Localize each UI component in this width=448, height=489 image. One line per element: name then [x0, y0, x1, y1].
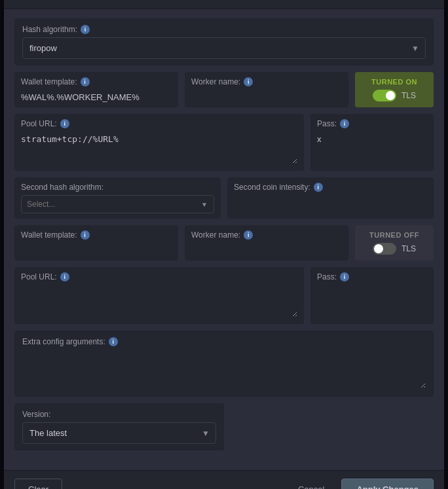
tls-on-box: TURNED ON TLS [355, 72, 434, 107]
second-worker-info-icon[interactable]: i [244, 230, 253, 240]
clear-button[interactable]: Clear [14, 479, 62, 489]
tls-off-status: TURNED OFF [369, 231, 419, 239]
wallet-template-info-icon[interactable]: i [81, 77, 90, 86]
tls-off-knob [374, 244, 383, 253]
second-pool-url-input[interactable] [21, 287, 297, 317]
footer-right: Cancel Apply Changes [288, 479, 434, 489]
version-section: Version: The latest ▼ [14, 403, 224, 450]
worker-name-input[interactable] [191, 92, 342, 102]
pass-field: Pass: i [310, 114, 434, 171]
pass-input[interactable] [317, 134, 427, 144]
modal-footer: Clear Cancel Apply Changes [4, 470, 444, 489]
hash-algorithm-select[interactable]: firopow ethash kawpow autolykos2 [22, 37, 426, 59]
worker-name-field: Worker name: i [185, 72, 348, 107]
modal-header: T-Rex Miner configuration × [4, 0, 444, 9]
modal-overlay: T-Rex Miner configuration × Hash algorit… [0, 0, 448, 489]
second-hash-row: Second hash algorithm: Select... ▼ Secon… [14, 177, 434, 219]
second-worker-input[interactable] [191, 245, 342, 255]
second-wallet-field: Wallet template: i [14, 225, 178, 261]
extra-config-section: Extra config arguments: i [14, 331, 434, 397]
hash-algorithm-label: Hash algorithm: i [22, 25, 426, 34]
pass-info-icon[interactable]: i [340, 119, 349, 128]
tls-on-label: TLS [401, 91, 416, 100]
second-wallet-row: Wallet template: i Worker name: i TURNED… [14, 225, 434, 261]
wallet-template-field: Wallet template: i [14, 72, 178, 107]
modal: T-Rex Miner configuration × Hash algorit… [4, 0, 444, 489]
second-wallet-input[interactable] [21, 245, 172, 255]
tls-off-label: TLS [401, 244, 416, 253]
second-hash-algorithm-field: Second hash algorithm: Select... ▼ [14, 177, 221, 219]
tls-on-knob [386, 91, 395, 100]
hash-algorithm-dropdown-wrapper: firopow ethash kawpow autolykos2 ▼ [22, 37, 426, 59]
worker-name-info-icon[interactable]: i [244, 77, 253, 86]
second-hash-algorithm-select[interactable]: Select... [21, 195, 214, 213]
tls-on-toggle[interactable] [373, 90, 396, 101]
second-pass-field: Pass: i [310, 267, 434, 324]
second-pool-row: Pool URL: i Pass: i [14, 267, 434, 324]
version-label: Version: [22, 410, 216, 419]
hash-algorithm-info-icon[interactable]: i [81, 25, 90, 34]
second-pass-info-icon[interactable]: i [340, 272, 349, 281]
second-coin-intensity-field: Second coin intensity: i [227, 177, 434, 219]
apply-changes-button[interactable]: Apply Changes [341, 479, 434, 489]
extra-config-info-icon[interactable]: i [109, 337, 118, 346]
cancel-button[interactable]: Cancel [288, 479, 335, 489]
second-worker-field: Worker name: i [185, 225, 348, 261]
hash-algorithm-section: Hash algorithm: i firopow ethash kawpow … [14, 18, 434, 65]
close-button[interactable]: × [419, 0, 434, 2]
extra-config-input[interactable] [22, 352, 426, 388]
second-coin-intensity-info-icon[interactable]: i [314, 183, 323, 192]
pool-url-field: Pool URL: i stratum+tcp://%URL% [14, 114, 304, 171]
version-select[interactable]: The latest [22, 422, 216, 444]
pool-url-input[interactable]: stratum+tcp://%URL% [21, 134, 297, 164]
tls-off-toggle[interactable] [373, 243, 396, 255]
wallet-template-input[interactable] [21, 92, 172, 102]
second-wallet-info-icon[interactable]: i [81, 230, 90, 240]
tls-on-status: TURNED ON [371, 78, 417, 86]
modal-body: Hash algorithm: i firopow ethash kawpow … [4, 9, 444, 470]
pool-url-info-icon[interactable]: i [60, 119, 69, 128]
tls-off-box: TURNED OFF TLS [355, 225, 434, 261]
second-coin-intensity-input[interactable] [234, 198, 427, 208]
second-pool-url-info-icon[interactable]: i [60, 272, 69, 281]
second-pool-url-field: Pool URL: i [14, 267, 304, 324]
second-pass-input[interactable] [317, 287, 427, 297]
